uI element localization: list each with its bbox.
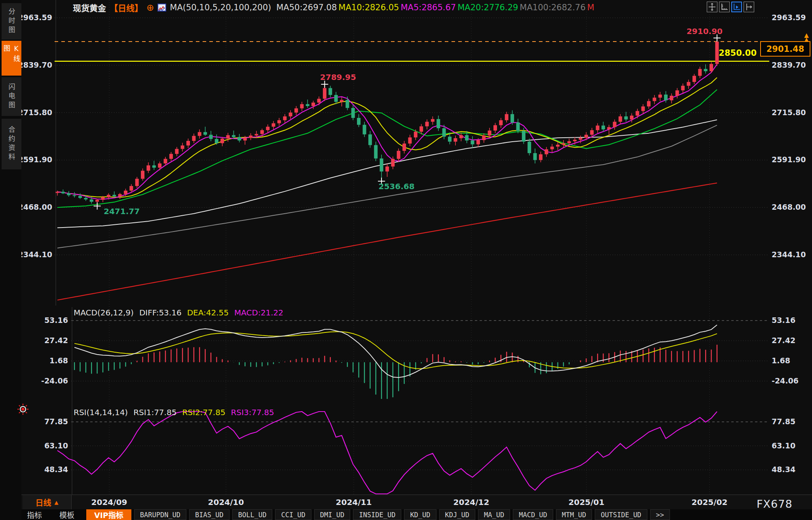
tab-DMI_UD[interactable]: DMI_UD [314,509,350,520]
sidebar-item-3[interactable]: 闪电图 [2,77,21,116]
alert-line-label[interactable]: 2850.00 [708,48,757,58]
ma-value-6: M [587,3,594,12]
date-tick-1: 2024/09 [87,497,131,507]
auto-scroll-icon[interactable] [731,2,742,12]
period-label: 日线 [36,497,51,508]
sidebar-item-1[interactable]: 分时图 [2,3,21,40]
symbol-name: 现货黄金 [73,2,106,13]
rsi3-value: RSI3:77.85 [231,408,274,417]
chart-type-sidebar: 分时图K线图闪电图合约资料 [0,0,21,520]
date-tick-6: 2025/02 [688,497,731,507]
shift-right-icon[interactable] [744,2,754,12]
tab-模板[interactable]: 模板 [54,509,80,520]
rsi-title: RSI(14,14,14) [74,408,128,417]
tab-MACD_UD[interactable]: MACD_UD [513,509,553,520]
chart-toolbar [707,2,754,12]
tab-KD_UD[interactable]: KD_UD [404,509,436,520]
price-up-arrow-icon: ▲▲ [803,33,810,42]
axis-scale-icon[interactable] [719,2,730,12]
date-axis-row: 日线 ▲ 2024/092024/102024/112024/122025/01… [21,495,812,509]
tab-MA_UD[interactable]: MA_UD [478,509,510,520]
ma-settings-label: MA(50,10,5,20,100,200) [170,3,271,12]
macd-dea-value: DEA:42.55 [187,308,229,317]
sidebar-item-4[interactable]: 合约资料 [2,119,21,169]
period-tag: 【日线】 [110,2,143,13]
ma-value-5: MA100:2682.76 [520,3,585,12]
ma-value-1: MA50:2697.08 [276,3,337,12]
tab-INSIDE_UD[interactable]: INSIDE_UD [353,509,401,520]
period-dropdown-icon: ▲ [55,499,59,505]
macd-diff-value: DIFF:53.16 [139,308,182,317]
mini-chart-icon[interactable] [157,4,166,11]
rsi-panel-header: RSI(14,14,14) RSI1:77.85 RSI2:77.85 RSI3… [74,408,274,417]
period-selector[interactable]: 日线 ▲ [23,495,72,510]
tab-OUTSIDE_UD[interactable]: OUTSIDE_UD [595,509,647,520]
alert-icon[interactable] [17,403,29,417]
macd-bar-value: MACD:21.22 [234,308,283,317]
tab-more[interactable]: >> [650,509,670,520]
ma-values: MA50:2697.08MA10:2826.05MA5:2865.67MA20:… [275,3,594,12]
tab-VIP指标[interactable]: VIP指标 [86,509,131,520]
tab-BARUPDN_UD[interactable]: BARUPDN_UD [134,509,186,520]
chart-header: 现货黄金 【日线】 ⊕ MA(50,10,5,20,100,200) MA50:… [73,2,594,13]
date-tick-5: 2025/01 [565,497,608,507]
sidebar-item-2[interactable]: K线图 [2,41,21,76]
ma-value-2: MA10:2826.05 [338,3,399,12]
annotation-oct-peak: 2789.95 [317,72,359,82]
date-tick-2: 2024/10 [204,497,248,507]
tab-MTM_UD[interactable]: MTM_UD [556,509,592,520]
tab-BIAS_UD[interactable]: BIAS_UD [189,509,230,520]
date-tick-4: 2024/12 [450,497,493,507]
annotation-nov-low: 2536.68 [374,182,419,191]
rsi2-value: RSI2:77.85 [182,408,225,417]
last-price-badge: 2901.48 [760,41,810,57]
ma-value-3: MA5:2865.67 [400,3,456,12]
rsi1-value: RSI1:77.85 [133,408,176,417]
annotation-high-2910: 2910.90 [681,27,723,36]
macd-panel-header: MACD(26,12,9) DIFF:53.16 DEA:42.55 MACD:… [74,308,283,317]
tab-CCI_UD[interactable]: CCI_UD [275,509,311,520]
indicator-tab-bar: 指标模板VIP指标BARUPDN_UDBIAS_UDBOLL_UDCCI_UDD… [21,509,812,520]
tab-KDJ_UD[interactable]: KDJ_UD [439,509,475,520]
chart-plot-area[interactable] [0,0,812,520]
move-chart-icon[interactable] [707,2,717,12]
tab-BOLL_UD[interactable]: BOLL_UD [232,509,273,520]
date-tick-3: 2024/11 [332,497,376,507]
macd-title: MACD(26,12,9) [74,308,134,317]
ma-value-4: MA20:2776.29 [457,3,518,12]
tab-指标[interactable]: 指标 [21,509,47,520]
trading-app-window: 分时图K线图闪电图合约资料 现货黄金 【日线】 ⊕ MA(50,10,5,20,… [0,0,812,520]
watermark: FX678 [757,498,793,510]
annotation-sep-low: 2471.77 [100,207,144,216]
add-compare-icon[interactable]: ⊕ [146,3,154,12]
